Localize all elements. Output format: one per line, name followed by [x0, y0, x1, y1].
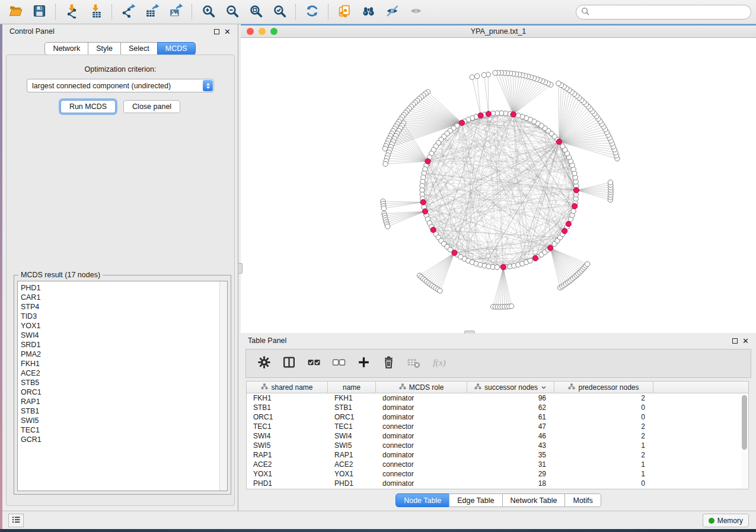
network-canvas[interactable] [241, 38, 756, 332]
graph-mcds-node[interactable] [500, 264, 506, 270]
graph-node[interactable] [516, 113, 521, 118]
mcds-result-list[interactable]: PHD1CAR1STP4TID3YOX1SWI4SRD1PMA2FKH1ACE2… [17, 281, 228, 491]
tab-mcds[interactable]: MCDS [157, 42, 196, 55]
maximize-window-icon[interactable] [270, 28, 277, 35]
graph-mcds-node[interactable] [452, 250, 457, 255]
graph-leaf-node[interactable] [383, 162, 388, 166]
close-table-panel-icon[interactable]: ✕ [742, 338, 749, 344]
table-row[interactable]: ACE2ACE2connector311 [247, 460, 748, 469]
mcds-result-item[interactable]: ACE2 [21, 368, 227, 378]
run-mcds-button[interactable]: Run MCDS [60, 100, 116, 113]
mcds-result-item[interactable]: PHD1 [21, 283, 227, 293]
export-image-button[interactable] [164, 2, 187, 21]
minimize-window-icon[interactable] [259, 28, 266, 35]
mcds-result-item[interactable]: SWI5 [21, 416, 227, 425]
zoom-selected-button[interactable] [267, 2, 291, 21]
mcds-result-item[interactable]: CAR1 [21, 293, 227, 302]
table-row[interactable]: ORC1ORC1dominator610 [247, 412, 748, 422]
table-row[interactable]: RAP1RAP1dominator352 [247, 450, 748, 460]
graph-mcds-node[interactable] [425, 159, 430, 164]
split-columns-button[interactable] [280, 355, 297, 372]
tab-select[interactable]: Select [120, 42, 158, 55]
graph-leaf-node[interactable] [474, 73, 479, 78]
mcds-result-item[interactable]: SRD1 [21, 340, 227, 350]
table-scrollbar[interactable] [742, 395, 747, 489]
column-header-successor-nodes[interactable]: successor nodes [467, 382, 554, 393]
task-history-button[interactable] [8, 514, 24, 527]
import-table-button[interactable] [84, 2, 107, 21]
graph-leaf-node[interactable] [585, 262, 589, 267]
memory-button[interactable]: Memory [703, 514, 749, 527]
refresh-layout-button[interactable] [300, 2, 324, 21]
mcds-result-item[interactable]: STB1 [21, 406, 227, 416]
mcds-result-item[interactable]: TEC1 [21, 425, 227, 435]
mcds-result-item[interactable]: RAP1 [21, 397, 227, 406]
search-input[interactable] [590, 7, 751, 18]
graph-mcds-node[interactable] [556, 139, 562, 145]
mcds-result-item[interactable]: YOX1 [21, 321, 227, 331]
float-panel-icon[interactable] [214, 29, 219, 34]
column-header-shared-name[interactable]: shared name [247, 382, 328, 393]
table-row[interactable]: TEC1TEC1connector472 [247, 422, 748, 431]
graph-mcds-node[interactable] [430, 227, 436, 232]
graph-mcds-node[interactable] [422, 209, 428, 214]
mcds-result-item[interactable]: STB5 [21, 378, 227, 387]
graph-leaf-node[interactable] [608, 180, 613, 185]
table-row[interactable]: SWI4SWI4dominator462 [247, 431, 748, 441]
column-header-predecessor-nodes[interactable]: predecessor nodes [554, 382, 653, 393]
mcds-result-item[interactable]: STP4 [21, 302, 227, 312]
graph-mcds-node[interactable] [573, 187, 579, 193]
table-row[interactable]: FKH1FKH1dominator962 [247, 393, 748, 403]
open-file-button[interactable] [4, 2, 27, 21]
tab-node-table[interactable]: Node Table [395, 493, 449, 507]
table-row[interactable]: STB1STB1dominator620 [247, 403, 748, 412]
mcds-result-item[interactable]: TID3 [21, 312, 227, 321]
tab-edge-table[interactable]: Edge Table [449, 493, 502, 507]
network-graph[interactable] [241, 38, 756, 332]
close-window-icon[interactable] [247, 28, 254, 35]
graph-leaf-node[interactable] [381, 206, 386, 211]
export-network-button[interactable] [116, 2, 140, 21]
graph-leaf-node[interactable] [470, 75, 474, 79]
graph-node[interactable] [560, 144, 565, 149]
mcds-result-item[interactable]: FKH1 [21, 359, 227, 368]
export-table-button[interactable] [140, 2, 164, 21]
zoom-out-button[interactable] [220, 2, 244, 21]
graph-leaf-node[interactable] [509, 304, 513, 309]
delete-button[interactable] [380, 355, 397, 372]
graph-leaf-node[interactable] [385, 224, 390, 229]
table-row[interactable]: PHD1PHD1dominator180 [247, 479, 748, 488]
graph-mcds-node[interactable] [548, 245, 553, 251]
graph-mcds-node[interactable] [532, 255, 538, 261]
optimization-criterion-select[interactable]: largest connected component (undirected) [27, 79, 214, 92]
gear-button[interactable] [256, 355, 272, 372]
graph-leaf-node[interactable] [556, 81, 561, 86]
save-session-button[interactable] [27, 2, 51, 21]
tab-motifs[interactable]: Motifs [564, 493, 601, 507]
network-from-selection-button[interactable] [333, 2, 356, 21]
table-row[interactable]: YOX1YOX1connector291 [247, 469, 748, 479]
network-view-titlebar[interactable]: YPA_prune.txt_1 [241, 25, 756, 38]
vertical-splitter-handle[interactable] [238, 263, 243, 274]
mcds-list-scrollbar[interactable] [219, 281, 227, 491]
graph-leaf-node[interactable] [382, 146, 387, 151]
graph-mcds-node[interactable] [566, 221, 571, 226]
graph-leaf-node[interactable] [481, 73, 486, 78]
column-header-MCDS-role[interactable]: MCDS role [376, 382, 467, 393]
float-table-panel-icon[interactable] [732, 338, 738, 344]
column-header-name[interactable]: name [328, 382, 376, 393]
graph-node[interactable] [528, 258, 532, 263]
graph-leaf-node[interactable] [493, 70, 497, 75]
graph-node[interactable] [495, 265, 499, 270]
graph-mcds-node[interactable] [562, 228, 567, 233]
graph-mcds-node[interactable] [486, 111, 491, 117]
close-panel-button[interactable]: Close panel [123, 100, 180, 113]
table-scrollbar-thumb[interactable] [742, 395, 747, 450]
mcds-result-item[interactable]: PMA2 [21, 350, 227, 359]
search-box[interactable] [576, 5, 751, 20]
graph-node[interactable] [571, 209, 576, 213]
import-network-button[interactable] [60, 2, 84, 21]
graph-mcds-node[interactable] [572, 203, 578, 209]
search-neighbors-button[interactable] [356, 2, 380, 21]
mcds-result-item[interactable]: SWI4 [21, 331, 227, 340]
